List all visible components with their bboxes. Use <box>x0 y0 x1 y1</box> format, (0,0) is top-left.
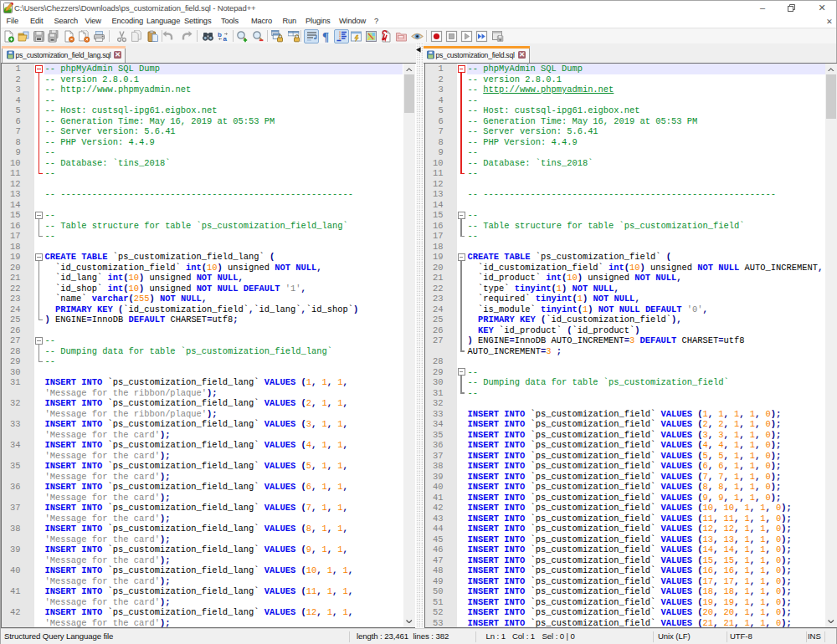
svg-text:¶: ¶ <box>322 30 329 43</box>
svg-text:a: a <box>223 35 227 43</box>
svg-text:b: b <box>218 30 222 38</box>
